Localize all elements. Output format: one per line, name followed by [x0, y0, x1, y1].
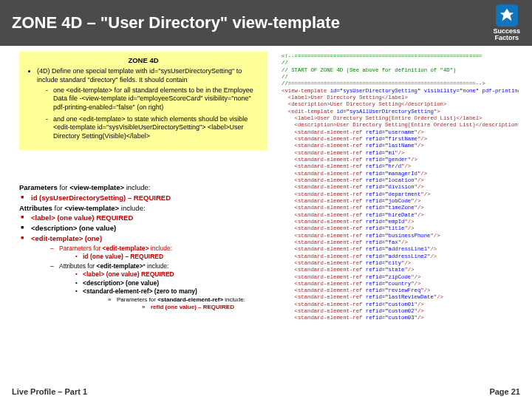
slide-title: ZONE 4D – "User Directory" view-template: [12, 13, 493, 33]
footer: Live Profile – Part 1 Page 21: [0, 384, 532, 399]
edit-attrs: Attributes for <edit-template>* include:…: [50, 262, 267, 312]
edit-params: Parameters for <edit-template> include: …: [50, 245, 267, 262]
params-line-2: Attributes for <view-template> include:: [19, 204, 267, 214]
attr-description: <description> (one value): [31, 224, 116, 232]
zone4d-item-2: and one <edit-template> to state which e…: [46, 115, 260, 141]
zone4d-box: ZONE 4D (4D) Define one special template…: [19, 52, 267, 150]
footer-right: Page 21: [489, 387, 520, 396]
attr-edit-template: <edit-template> (one): [31, 234, 102, 242]
params-section: Parameters for <view-template> include: …: [19, 183, 267, 313]
xml-code-snippet: <!--====================================…: [279, 52, 519, 381]
params-line-1: Parameters for <view-template> include:: [19, 183, 267, 193]
title-bar: ZONE 4D – "User Directory" view-template…: [0, 0, 532, 46]
slide: ZONE 4D – "User Directory" view-template…: [0, 0, 532, 399]
footer-left: Live Profile – Part 1: [12, 387, 87, 396]
logo-icon: [496, 4, 518, 27]
zone4d-title: ZONE 4D: [27, 56, 260, 65]
slide-body: ZONE 4D (4D) Define one special template…: [0, 46, 532, 384]
param-id: id (sysUserDirectorySetting) – REQUIRED: [31, 194, 171, 202]
attr-label: <label> (one value) REQUIRED: [31, 214, 133, 222]
zone4d-item-1: one <edit-template> for all standard ele…: [46, 86, 260, 112]
logo: Success Factors: [493, 4, 520, 42]
zone4d-intro: (4D) Define one special template with id…: [37, 67, 260, 84]
logo-text-2: Factors: [494, 35, 519, 41]
